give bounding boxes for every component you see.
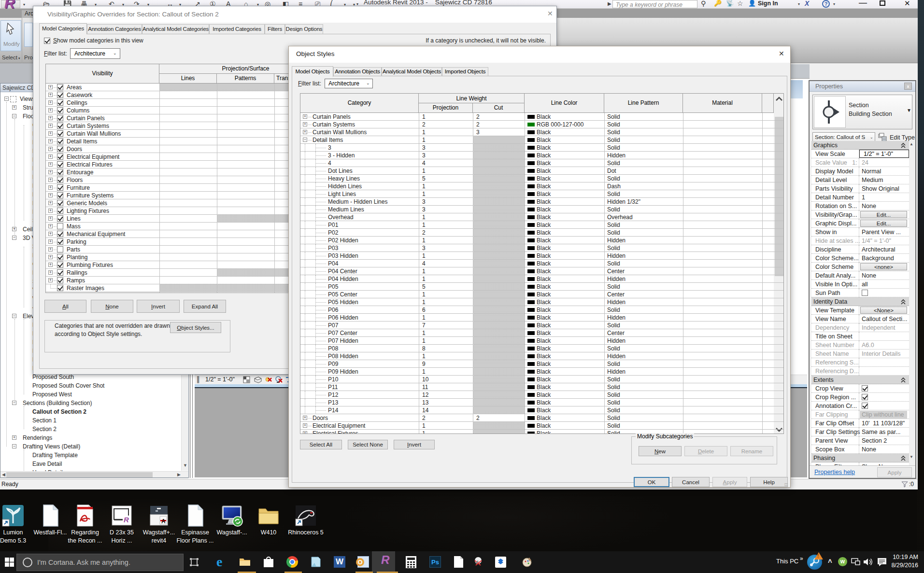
svg-text:A: A: [161, 518, 166, 525]
svg-text:R: R: [124, 516, 129, 524]
